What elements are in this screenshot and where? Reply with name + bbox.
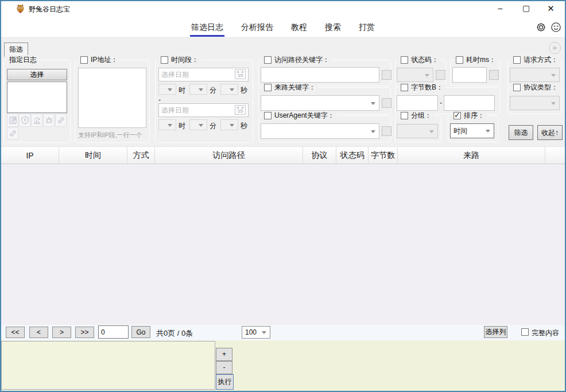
bytes-min-input[interactable]	[397, 95, 438, 111]
start-minute-select[interactable]	[189, 84, 207, 95]
add-tab-icon[interactable]: +	[549, 42, 561, 54]
select-columns-button[interactable]: 选择列	[484, 326, 507, 338]
log-list-box[interactable]	[7, 81, 67, 113]
maximize-button[interactable]: ▢	[513, 0, 539, 17]
bar-chart-icon	[33, 116, 41, 125]
request-method-checkbox[interactable]	[513, 56, 521, 64]
spider-icon-button[interactable]	[43, 114, 55, 127]
custom-script-box[interactable]	[1, 341, 215, 390]
full-content-checkbox[interactable]	[521, 328, 529, 336]
filter-button[interactable]: 筛选	[509, 125, 533, 140]
minimize-button[interactable]: –	[487, 0, 513, 17]
ip-checkbox[interactable]	[80, 56, 88, 64]
useragent-keyword-combo[interactable]	[261, 123, 379, 139]
go-button[interactable]: Go	[131, 326, 150, 338]
start-second-select[interactable]	[220, 84, 238, 95]
doc-icon-button[interactable]	[7, 114, 18, 127]
grouping-combo[interactable]	[397, 124, 438, 138]
bytes-max-input[interactable]	[444, 95, 495, 111]
execute-button[interactable]: 执行	[216, 374, 234, 390]
column-header-status[interactable]: 状态码	[336, 147, 369, 164]
remove-row-button[interactable]: -	[216, 361, 232, 374]
select-log-button[interactable]: 选择	[7, 69, 67, 80]
smiley-icon[interactable]	[551, 22, 561, 33]
end-hour-select[interactable]	[158, 119, 176, 130]
ip-label: IP地址：	[91, 55, 118, 65]
table-body[interactable]	[1, 164, 565, 325]
bytes-checkbox[interactable]	[401, 84, 408, 91]
collapse-button[interactable]: 收起↑	[537, 125, 563, 140]
sort-combo[interactable]: 时间	[450, 123, 494, 138]
elapsed-input[interactable]	[452, 67, 487, 83]
nav-tab-analysis-report[interactable]: 分析报告	[240, 18, 274, 37]
path-keyword-input[interactable]	[261, 67, 379, 83]
referer-keyword-option-button[interactable]	[382, 98, 391, 108]
ip-textarea[interactable]	[78, 68, 146, 128]
page-number-input[interactable]	[98, 325, 129, 339]
add-row-button[interactable]: +	[216, 348, 232, 361]
grouping-label: 分组：	[411, 111, 432, 121]
link2-icon-button[interactable]	[7, 127, 18, 139]
minute-label: 分	[210, 121, 216, 131]
column-header-method[interactable]: 方式	[127, 147, 155, 164]
useragent-keyword-label: UserAgent关键字：	[274, 111, 335, 121]
start-hour-select[interactable]	[158, 84, 176, 95]
column-header-referer[interactable]: 来路	[398, 147, 545, 164]
status-code-checkbox[interactable]	[401, 56, 408, 64]
ip-hint: 支持IP和IP段,一行一个	[78, 131, 142, 139]
grouping-checkbox[interactable]	[401, 112, 408, 119]
elapsed-option-button[interactable]	[489, 70, 499, 80]
close-button[interactable]: ✕	[538, 0, 564, 17]
second-label: 秒	[241, 86, 247, 95]
protocol-checkbox[interactable]	[513, 84, 521, 91]
nav-tab-filter-logs[interactable]: 筛选日志	[190, 18, 224, 37]
column-header-ip[interactable]: IP	[1, 147, 59, 164]
page-summary: 共0页 / 0条	[156, 328, 193, 339]
status-code-option-button[interactable]	[436, 70, 445, 80]
column-header-protocol[interactable]: 协议	[303, 147, 336, 164]
page-size-combo[interactable]: 100	[242, 326, 270, 339]
bottom-panel: + - 执行	[1, 340, 565, 391]
column-header-path[interactable]: 访问路径	[155, 147, 303, 164]
path-keyword-option-button[interactable]	[382, 70, 391, 80]
calendar-icon[interactable]: 15	[235, 69, 246, 79]
referer-keyword-checkbox[interactable]	[264, 84, 272, 91]
referer-keyword-combo[interactable]	[261, 95, 379, 111]
bytes-separator: -	[440, 99, 442, 107]
status-code-combo[interactable]	[397, 68, 433, 82]
gear-icon[interactable]	[536, 22, 546, 33]
end-second-select[interactable]	[220, 119, 238, 130]
column-header-time[interactable]: 时间	[59, 147, 127, 164]
first-page-button[interactable]: <<	[6, 327, 25, 338]
referer-keyword-label: 来路关键字：	[274, 83, 316, 92]
path-keyword-checkbox[interactable]	[264, 56, 272, 64]
protocol-combo[interactable]	[510, 96, 560, 110]
calendar-icon[interactable]: 15	[235, 105, 246, 115]
window-title: 野兔谷日志宝	[29, 5, 70, 14]
nav-tab-search[interactable]: 搜索	[324, 18, 342, 37]
spider-icon	[45, 116, 53, 125]
app-icon	[15, 4, 25, 14]
page-size-value: 100	[245, 328, 257, 336]
last-page-button[interactable]: >>	[75, 327, 94, 338]
chart-icon-button[interactable]	[31, 114, 42, 127]
nav-tab-tutorial[interactable]: 教程	[290, 18, 308, 37]
prev-page-button[interactable]: <	[29, 327, 48, 338]
second-label: 秒	[241, 121, 247, 131]
shield-icon-button[interactable]	[19, 114, 30, 127]
useragent-keyword-checkbox[interactable]	[264, 112, 272, 119]
time-range-checkbox[interactable]	[161, 56, 168, 64]
link-icon	[57, 116, 65, 125]
column-header-bytes[interactable]: 字节数	[369, 147, 398, 164]
elapsed-checkbox[interactable]	[456, 56, 463, 64]
sort-checkbox[interactable]: ✓	[453, 112, 461, 119]
request-method-combo[interactable]	[510, 68, 560, 82]
nav-tab-donate[interactable]: 打赏	[358, 18, 376, 37]
next-page-button[interactable]: >	[52, 327, 71, 338]
app-window: 野兔谷日志宝 – ▢ ✕ 筛选日志 分析报告 教程 搜索 打赏 筛选 + 指定日…	[0, 0, 566, 392]
sort-label: 排序：	[464, 111, 484, 121]
full-content-label: 完整内容	[532, 328, 559, 338]
useragent-keyword-option-button[interactable]	[382, 126, 391, 136]
link-icon-button[interactable]	[55, 114, 67, 127]
end-minute-select[interactable]	[189, 119, 207, 130]
